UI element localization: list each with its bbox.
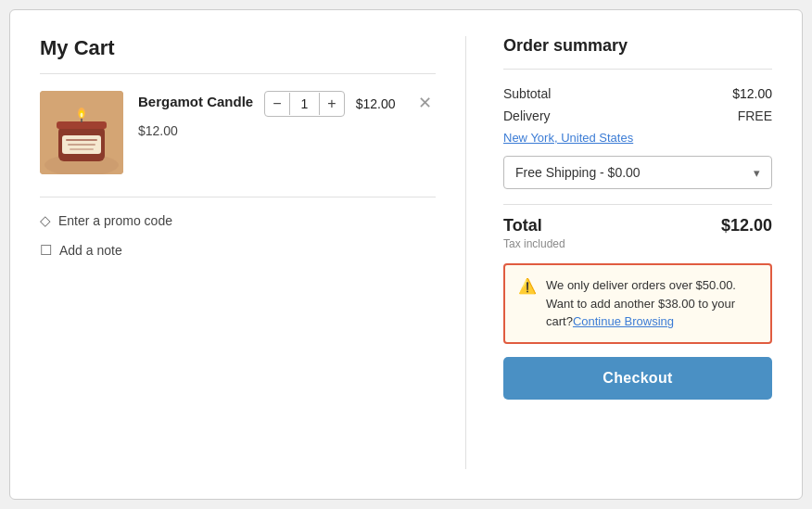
item-divider (40, 197, 436, 197)
top-divider (40, 73, 436, 74)
checkout-button[interactable]: Checkout (503, 357, 772, 400)
warning-icon: ⚠️ (518, 277, 537, 295)
tax-note: Tax included (503, 237, 772, 250)
tag-icon: ◇ (40, 212, 51, 229)
promo-code-button[interactable]: ◇ Enter a promo code (40, 212, 172, 229)
chevron-down-icon: ▾ (754, 166, 760, 180)
item-name: Bergamot Candle (138, 94, 253, 109)
page-title: My Cart (40, 36, 436, 60)
delivery-value: FREE (738, 108, 772, 123)
svg-rect-6 (68, 144, 95, 146)
warning-box: ⚠️ We only deliver orders over $50.00. W… (503, 263, 772, 344)
qty-value: 1 (289, 93, 321, 115)
remove-item-button[interactable]: ✕ (414, 91, 436, 115)
shipping-option-label: Free Shipping - $0.00 (515, 165, 641, 180)
item-details: Bergamot Candle − 1 + $12.00 ✕ $12.00 (138, 91, 436, 139)
product-image (40, 91, 123, 174)
delivery-label: Delivery (503, 108, 551, 123)
left-panel: My Cart (40, 36, 466, 469)
note-icon: ☐ (40, 242, 52, 259)
total-row: Total $12.00 (503, 216, 772, 235)
total-label: Total (503, 216, 542, 235)
add-note-button[interactable]: ☐ Add a note (40, 242, 122, 259)
item-line-price: $12.00 (356, 96, 396, 111)
total-value: $12.00 (721, 216, 772, 235)
subtotal-value: $12.00 (732, 86, 772, 101)
cart-window: My Cart (9, 9, 803, 500)
shipping-dropdown[interactable]: Free Shipping - $0.00 ▾ (503, 156, 772, 189)
promo-code-label: Enter a promo code (58, 213, 172, 228)
subtotal-row: Subtotal $12.00 (503, 86, 772, 101)
location-link[interactable]: New York, United States (503, 131, 772, 145)
qty-increase-button[interactable]: + (320, 92, 343, 116)
svg-rect-5 (66, 139, 97, 141)
item-price-below: $12.00 (138, 123, 178, 138)
right-panel: Order summary Subtotal $12.00 Delivery F… (503, 36, 772, 469)
svg-rect-7 (70, 148, 94, 150)
continue-browsing-link[interactable]: Continue Browsing (573, 314, 674, 328)
add-note-label: Add a note (59, 243, 122, 258)
total-divider (503, 204, 772, 205)
delivery-row: Delivery FREE (503, 108, 772, 123)
qty-control: − 1 + (264, 91, 344, 117)
subtotal-label: Subtotal (503, 86, 551, 101)
cart-item: Bergamot Candle − 1 + $12.00 ✕ $12.00 (40, 91, 436, 193)
warning-text: We only deliver orders over $50.00. Want… (546, 276, 757, 331)
svg-point-11 (81, 113, 83, 118)
qty-decrease-button[interactable]: − (265, 92, 288, 116)
summary-top-divider (503, 69, 772, 70)
svg-rect-3 (57, 121, 107, 129)
order-summary-title: Order summary (503, 36, 772, 56)
